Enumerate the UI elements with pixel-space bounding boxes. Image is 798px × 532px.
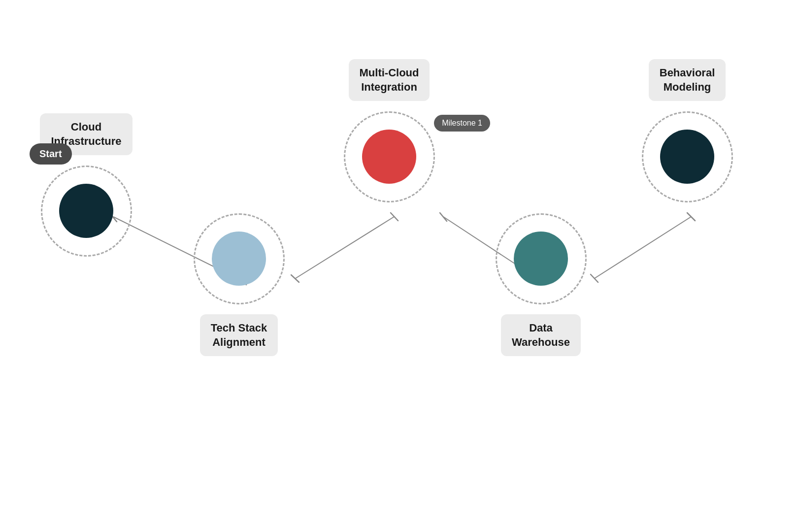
svg-line-11 bbox=[687, 213, 695, 221]
svg-line-9 bbox=[595, 217, 691, 278]
node-cloud-infra: Cloud Infrastructure Start bbox=[39, 113, 133, 258]
svg-line-4 bbox=[291, 275, 299, 282]
node-multi-cloud: Multi-Cloud Integration Milestone 1 bbox=[342, 59, 436, 203]
start-badge: Start bbox=[30, 143, 72, 165]
svg-line-3 bbox=[296, 217, 394, 278]
node-label-tech-stack: Tech Stack Alignment bbox=[200, 314, 278, 356]
node-tech-stack: Tech Stack Alignment bbox=[192, 212, 286, 356]
node-label-multi-cloud: Multi-Cloud Integration bbox=[349, 59, 430, 101]
svg-line-5 bbox=[391, 213, 398, 221]
svg-line-10 bbox=[591, 274, 598, 282]
svg-line-7 bbox=[440, 213, 447, 221]
node-label-data-warehouse: Data Warehouse bbox=[501, 314, 581, 356]
node-behavioral-modeling: Behavioral Modeling bbox=[640, 59, 734, 203]
diagram-container: Cloud Infrastructure Start Tech Stack Al… bbox=[0, 0, 798, 532]
node-data-warehouse: Data Warehouse bbox=[494, 212, 588, 356]
milestone-badge: Milestone 1 bbox=[434, 115, 490, 132]
node-label-behavioral-modeling: Behavioral Modeling bbox=[649, 59, 726, 101]
